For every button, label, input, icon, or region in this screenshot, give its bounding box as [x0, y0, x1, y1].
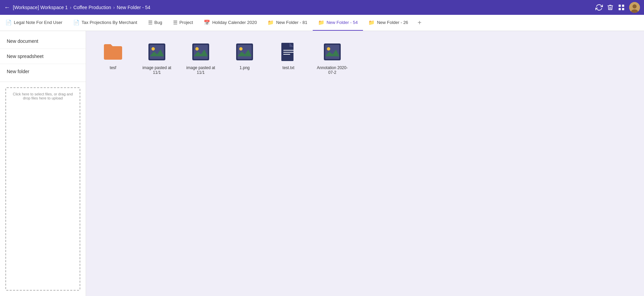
svg-rect-1	[622, 5, 624, 7]
image-icon	[190, 41, 212, 63]
list-item[interactable]: image pasted at 11/1	[140, 41, 174, 75]
tab-label: Legal Note For End User	[14, 20, 62, 25]
svg-rect-8	[150, 45, 164, 59]
folder-icon: 📁	[268, 20, 274, 26]
main-layout: New document New spreadsheet New folder …	[0, 31, 644, 296]
file-name: image pasted at 11/1	[184, 65, 218, 75]
avatar[interactable]	[629, 2, 640, 13]
doc-icon: 📄	[5, 20, 12, 26]
svg-point-17	[239, 47, 243, 51]
folder-icon	[102, 41, 124, 63]
topbar: ← [Workspace] Workspace 1 › Coffee Produ…	[0, 0, 644, 15]
list-item[interactable]: 1.png	[228, 41, 261, 75]
table-icon: ☰	[148, 20, 152, 26]
svg-rect-16	[237, 45, 252, 59]
svg-rect-12	[194, 45, 208, 59]
tab-label: Bug	[155, 20, 162, 25]
file-name: Annotation 2020-07-2	[315, 65, 349, 75]
table-icon: ☰	[173, 20, 177, 26]
breadcrumb: [Workspace] Workspace 1 › Coffee Product…	[13, 5, 593, 10]
image-icon	[234, 41, 255, 63]
tab-label: New Folder - 26	[377, 20, 408, 25]
svg-point-26	[327, 47, 330, 51]
tabbar: 📄 Legal Note For End User 📄 Tax Projecti…	[0, 15, 644, 31]
list-item[interactable]: image pasted at 11/1	[184, 41, 218, 75]
image-icon	[146, 41, 168, 63]
file-name: tesf	[110, 65, 116, 70]
image-icon	[321, 41, 343, 63]
tab-legal-note[interactable]: 📄 Legal Note For End User	[0, 15, 68, 31]
new-document-button[interactable]: New document	[0, 34, 86, 49]
breadcrumb-folder[interactable]: New Folder - 54	[117, 5, 150, 10]
list-item[interactable]: Annotation 2020-07-2	[315, 41, 349, 75]
tab-bug[interactable]: ☰ Bug	[143, 15, 168, 31]
breadcrumb-sep-2: ›	[113, 5, 115, 10]
doc-icon: 📄	[73, 20, 80, 26]
svg-point-9	[151, 47, 155, 51]
tab-label: New Folder - 54	[327, 20, 358, 25]
breadcrumb-project[interactable]: Coffee Production	[74, 5, 111, 10]
tab-label: New Folder - 81	[276, 20, 307, 25]
folder-icon: 📁	[368, 20, 375, 26]
svg-rect-25	[325, 45, 339, 59]
breadcrumb-sep-1: ›	[70, 5, 72, 10]
breadcrumb-workspace[interactable]: [Workspace] Workspace 1	[13, 5, 68, 10]
tab-folder-54[interactable]: 📁 New Folder - 54	[313, 15, 363, 31]
content-area: tesf image pasted at 11/1	[86, 31, 644, 296]
refresh-button[interactable]	[595, 4, 603, 11]
topbar-actions	[595, 2, 640, 13]
sidebar: New document New spreadsheet New folder …	[0, 31, 86, 296]
file-name: 1.png	[240, 65, 250, 70]
add-tab-button[interactable]: +	[414, 15, 426, 31]
svg-point-5	[633, 4, 637, 8]
folder-icon: 📁	[318, 20, 325, 26]
tab-label: Tax Projections By Merchant	[82, 20, 137, 25]
new-spreadsheet-button[interactable]: New spreadsheet	[0, 49, 86, 64]
new-folder-button[interactable]: New folder	[0, 64, 86, 79]
tab-label: Project	[179, 20, 193, 25]
text-file-icon	[278, 41, 299, 63]
trash-button[interactable]	[607, 4, 614, 11]
sidebar-menu: New document New spreadsheet New folder	[0, 31, 86, 82]
svg-rect-0	[619, 5, 621, 7]
file-name: image pasted at 11/1	[140, 65, 174, 75]
upload-text: Click here to select files, or drag and …	[10, 92, 76, 100]
tab-label: Holiday Calender 2020	[212, 20, 257, 25]
tab-project[interactable]: ☰ Project	[168, 15, 198, 31]
calendar-icon: 📅	[204, 20, 210, 26]
tab-folder-26[interactable]: 📁 New Folder - 26	[363, 15, 413, 31]
grid-button[interactable]	[618, 4, 625, 11]
tab-folder-81[interactable]: 📁 New Folder - 81	[262, 15, 312, 31]
list-item[interactable]: tesf	[96, 41, 130, 75]
list-item[interactable]: test.txt	[272, 41, 305, 75]
tab-tax-projections[interactable]: 📄 Tax Projections By Merchant	[68, 15, 143, 31]
file-name: test.txt	[282, 65, 294, 70]
upload-area[interactable]: Click here to select files, or drag and …	[5, 87, 80, 291]
svg-rect-2	[619, 8, 621, 10]
file-grid: tesf image pasted at 11/1	[96, 41, 634, 75]
svg-point-13	[195, 47, 199, 51]
tab-holiday-calendar[interactable]: 📅 Holiday Calender 2020	[198, 15, 262, 31]
back-button[interactable]: ←	[4, 4, 10, 11]
svg-rect-3	[622, 8, 624, 10]
